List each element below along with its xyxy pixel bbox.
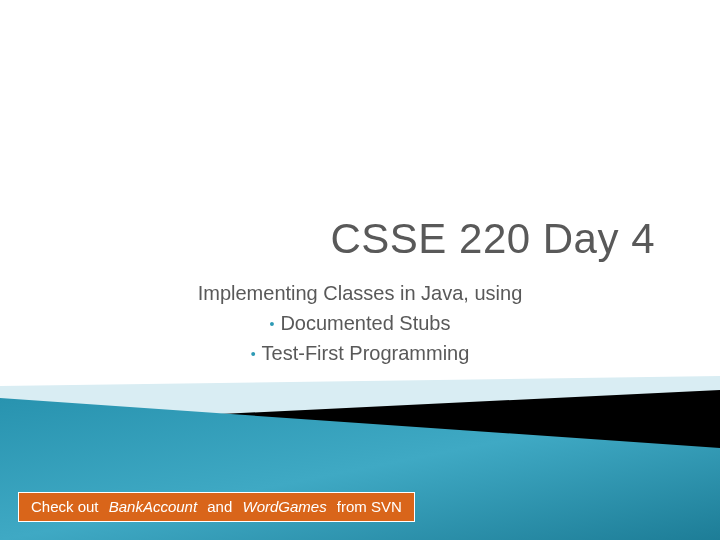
callout-suffix: from SVN bbox=[337, 498, 402, 515]
subtitle-main: Implementing Classes in Java, using bbox=[0, 278, 720, 308]
slide-title: CSSE 220 Day 4 bbox=[330, 215, 655, 263]
subtitle-block: Implementing Classes in Java, using •Doc… bbox=[0, 278, 720, 368]
subtitle-bullet-1: •Documented Stubs bbox=[0, 308, 720, 338]
svg-marker-1 bbox=[200, 390, 720, 448]
svg-marker-0 bbox=[0, 376, 720, 415]
background-shapes bbox=[0, 0, 720, 540]
callout-item-1: BankAccount bbox=[109, 498, 197, 515]
callout-middle: and bbox=[207, 498, 232, 515]
callout-box: Check out BankAccount and WordGames from… bbox=[18, 492, 415, 522]
callout-item-2: WordGames bbox=[242, 498, 326, 515]
bullet-icon: • bbox=[251, 346, 256, 362]
subtitle-bullet-2: •Test-First Programming bbox=[0, 338, 720, 368]
callout-prefix: Check out bbox=[31, 498, 99, 515]
bullet-icon: • bbox=[269, 316, 274, 332]
